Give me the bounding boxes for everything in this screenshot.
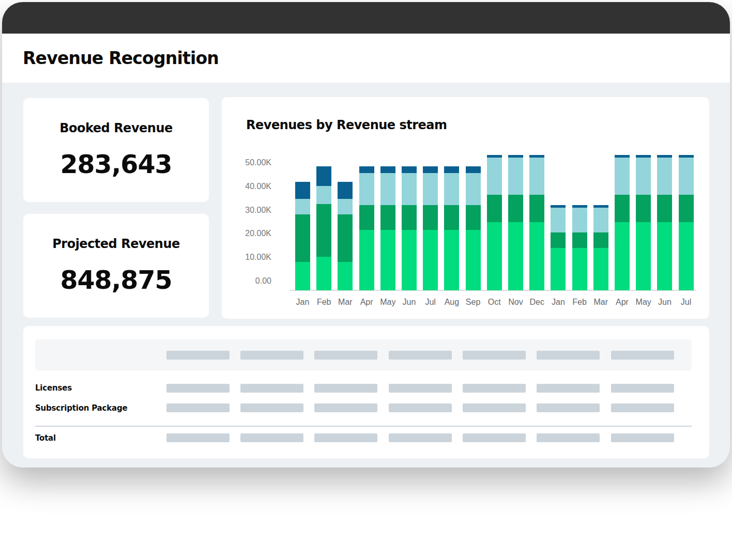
bar-segment-stream-dark-green bbox=[529, 195, 544, 222]
bar-segment-stream-light-teal bbox=[444, 173, 459, 206]
table-row-placeholders bbox=[23, 403, 709, 412]
placeholder-cell bbox=[314, 403, 377, 412]
stacked-bar-apr-3 bbox=[359, 166, 374, 290]
placeholder-cell bbox=[463, 403, 526, 412]
kpi-card-projected-revenue: Projected Revenue 848,875 bbox=[23, 214, 209, 318]
bar-segment-stream-dark-green bbox=[657, 195, 672, 222]
bar-segment-stream-light-teal bbox=[380, 173, 395, 206]
x-axis-label: Jul bbox=[676, 297, 697, 307]
stacked-bar-feb-1 bbox=[316, 166, 331, 290]
placeholder-cell bbox=[240, 351, 303, 360]
x-axis-label: Apr bbox=[356, 297, 377, 307]
kpi-value: 283,643 bbox=[23, 150, 209, 179]
stacked-bar-may-4 bbox=[380, 166, 395, 290]
bar-segment-stream-light-teal bbox=[423, 173, 438, 206]
kpi-label: Projected Revenue bbox=[23, 237, 209, 251]
x-axis-label: Jun bbox=[399, 297, 420, 307]
bar-segment-stream-bottom-bright-green bbox=[380, 230, 395, 291]
page-header: Revenue Recognition bbox=[2, 34, 730, 83]
bar-segment-stream-light-teal bbox=[402, 173, 417, 206]
placeholder-cell bbox=[389, 384, 452, 393]
bar-segment-stream-dark-green bbox=[402, 205, 417, 230]
placeholder-cell bbox=[314, 351, 377, 360]
bar-segment-stream-light-teal bbox=[593, 208, 608, 232]
x-axis-label: May bbox=[377, 297, 399, 307]
page-title: Revenue Recognition bbox=[23, 48, 219, 68]
placeholder-cell bbox=[611, 384, 674, 393]
bar-segment-stream-bottom-bright-green bbox=[679, 222, 694, 291]
stacked-bar-mar-14 bbox=[593, 205, 608, 290]
x-axis-label: Mar bbox=[334, 297, 356, 307]
bar-segment-stream-dark-green bbox=[466, 205, 481, 230]
bar-segment-stream-light-teal bbox=[338, 199, 353, 214]
bar-segment-stream-dark-blue bbox=[295, 182, 310, 199]
bar-segment-stream-dark-green bbox=[551, 232, 566, 248]
bar-segment-stream-bottom-bright-green bbox=[551, 248, 566, 291]
y-axis-label: 30.00K bbox=[230, 205, 271, 215]
stacked-bar-sep-8 bbox=[466, 166, 481, 290]
bar-segment-stream-bottom-bright-green bbox=[615, 222, 630, 291]
stacked-bar-oct-9 bbox=[487, 155, 502, 291]
bar-segment-stream-dark-green bbox=[636, 195, 651, 222]
placeholder-cell bbox=[240, 384, 303, 393]
placeholder-cell bbox=[611, 433, 674, 442]
chart-title: Revenues by Revenue stream bbox=[246, 118, 447, 132]
bar-segment-stream-bottom-bright-green bbox=[572, 248, 587, 291]
stacked-bar-jul-18 bbox=[679, 155, 694, 291]
placeholder-cell bbox=[463, 351, 526, 360]
app-window: Revenue Recognition Booked Revenue 283,6… bbox=[2, 2, 730, 468]
y-axis-label: 20.00K bbox=[230, 228, 271, 239]
x-axis-label: Jan bbox=[292, 297, 313, 307]
bar-segment-stream-bottom-bright-green bbox=[636, 222, 651, 291]
bar-segment-stream-dark-blue bbox=[423, 166, 438, 173]
placeholder-cell bbox=[463, 384, 526, 393]
stacked-bar-jun-5 bbox=[402, 166, 417, 290]
bar-segment-stream-bottom-bright-green bbox=[593, 248, 608, 291]
bar-segment-stream-bottom-bright-green bbox=[487, 222, 502, 291]
x-axis-label: Mar bbox=[590, 297, 612, 307]
placeholder-cell bbox=[314, 433, 377, 442]
placeholder-cell bbox=[389, 351, 452, 360]
x-axis-label: Dec bbox=[526, 297, 547, 307]
stacked-bar-jan-12 bbox=[551, 205, 566, 290]
stacked-bar-apr-15 bbox=[615, 155, 630, 291]
placeholder-cell bbox=[166, 403, 230, 412]
x-axis-label: Jun bbox=[654, 297, 675, 307]
placeholder-cell bbox=[537, 433, 600, 442]
dashboard-content: Booked Revenue 283,643 Projected Revenue… bbox=[2, 83, 730, 468]
stacked-bar-dec-11 bbox=[529, 155, 544, 291]
bar-segment-stream-bottom-bright-green bbox=[466, 230, 481, 291]
y-axis-label: 0.00 bbox=[230, 276, 271, 286]
placeholder-cell bbox=[166, 351, 230, 360]
y-axis-label: 50.00K bbox=[230, 158, 271, 168]
bar-segment-stream-bottom-bright-green bbox=[316, 257, 331, 290]
bar-segment-stream-bottom-bright-green bbox=[444, 230, 459, 291]
bar-segment-stream-light-teal bbox=[529, 158, 544, 195]
bar-segment-stream-dark-blue bbox=[466, 166, 481, 173]
bar-segment-stream-dark-green bbox=[679, 195, 694, 222]
placeholder-cell bbox=[537, 403, 600, 412]
bar-segment-stream-bottom-bright-green bbox=[359, 230, 374, 291]
bar-segment-stream-bottom-bright-green bbox=[508, 222, 523, 291]
bar-segment-stream-light-teal bbox=[615, 158, 630, 195]
x-axis-label: Sep bbox=[463, 297, 484, 307]
x-axis-label: Oct bbox=[484, 297, 505, 307]
table-row-placeholders bbox=[23, 384, 709, 393]
table-header-placeholder-row bbox=[23, 351, 709, 360]
stacked-bar-aug-7 bbox=[444, 166, 459, 290]
x-axis-label: Feb bbox=[313, 297, 334, 307]
revenue-stream-chart-card: Revenues by Revenue stream 50.00K40.00K3… bbox=[222, 97, 709, 319]
placeholder-cell bbox=[240, 403, 303, 412]
table-divider bbox=[35, 426, 692, 427]
bar-segment-stream-light-teal bbox=[295, 199, 310, 214]
x-axis-label: Jan bbox=[547, 297, 569, 307]
bar-segment-stream-bottom-bright-green bbox=[529, 222, 544, 291]
bar-segment-stream-bottom-bright-green bbox=[338, 262, 353, 290]
stacked-bar-feb-13 bbox=[572, 205, 587, 290]
bar-segment-stream-dark-green bbox=[423, 205, 438, 230]
bar-segment-stream-dark-green bbox=[380, 205, 395, 230]
bar-segment-stream-bottom-bright-green bbox=[295, 262, 310, 290]
bar-segment-stream-dark-green bbox=[593, 232, 608, 248]
bar-segment-stream-dark-green bbox=[316, 204, 331, 257]
placeholder-cell bbox=[537, 351, 600, 360]
